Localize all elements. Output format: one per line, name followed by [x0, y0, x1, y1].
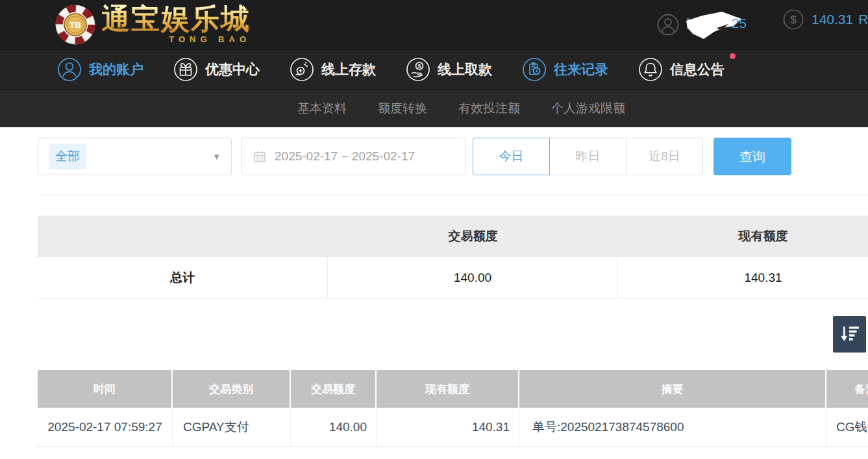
nav-label: 往来记录: [554, 60, 608, 79]
balance-unit: RMB: [858, 12, 868, 27]
withdraw-icon: $: [406, 57, 430, 82]
subnav-item-game-limits[interactable]: 个人游戏限额: [551, 100, 625, 117]
nav-item-deposit[interactable]: 线上存款: [290, 57, 376, 82]
summary-total-label: 总计: [38, 257, 328, 298]
nav-item-announcements[interactable]: 信息公告: [638, 57, 725, 82]
summary-header-blank: [38, 216, 328, 257]
dollar-circle-icon: $: [783, 9, 804, 30]
quick-range-group: 今日 昨日 近8日: [473, 138, 703, 175]
subnav-item-basic-info[interactable]: 基本资料: [297, 100, 347, 117]
user-icon: [57, 57, 82, 82]
svg-text:$: $: [790, 14, 797, 26]
records-header-type: 交易类别: [173, 370, 291, 408]
account-menu[interactable]: 25: [657, 9, 747, 40]
nav-label: 线上取款: [438, 60, 492, 79]
deposit-icon: [290, 57, 314, 82]
notification-dot: [730, 53, 736, 59]
balance-amount: 140.31: [812, 12, 853, 27]
nav-label: 信息公告: [670, 60, 725, 79]
main-nav: 我的账户 优惠中心 线上存款 $ 线上取款: [0, 49, 868, 90]
records-header-row: 时间 交易类别 交易额度 现有额度 摘要 备注: [38, 370, 868, 408]
subnav-item-credit-transfer[interactable]: 额度转换: [378, 100, 427, 117]
username-masked: 25: [683, 9, 747, 40]
quick-range-yesterday[interactable]: 昨日: [549, 138, 626, 175]
section-divider: [38, 195, 868, 195]
summary-header-transaction-amount: 交易额度: [328, 216, 618, 257]
summary-current-balance: 140.31: [618, 257, 868, 298]
record-remarks: CG钱包: [826, 408, 868, 446]
record-time: 2025-02-17 07:59:27: [38, 408, 173, 446]
records-header-current-balance: 现有额度: [377, 370, 519, 408]
records-header-time: 时间: [38, 370, 173, 408]
nav-label: 优惠中心: [205, 60, 260, 79]
summary-header-row: 交易额度 现有额度: [38, 216, 868, 257]
brand-text: 通宝娱乐城 TONG BAO: [101, 4, 251, 44]
nav-item-promotions[interactable]: 优惠中心: [173, 57, 260, 82]
balance-display: $ 140.31 RMB: [783, 9, 868, 30]
nav-item-records[interactable]: 往来记录: [522, 57, 608, 82]
gift-icon: [173, 57, 198, 82]
brand-name-en: TONG BAO: [169, 34, 251, 44]
summary-total-row: 总计 140.00 140.31: [38, 257, 868, 299]
search-button[interactable]: 查询: [713, 138, 791, 175]
selected-type-chip: 全部: [49, 143, 86, 169]
brand-logo[interactable]: TB 通宝娱乐城 TONG BAO: [55, 4, 251, 45]
sort-descending-button[interactable]: [833, 316, 866, 353]
sub-nav: 基本资料 额度转换 有效投注额 个人游戏限额: [0, 90, 868, 127]
summary-table: 交易额度 现有额度 总计 140.00 140.31: [38, 216, 868, 299]
nav-item-withdraw[interactable]: $ 线上取款: [406, 57, 492, 82]
sort-descending-icon: [840, 326, 860, 343]
records-header-transaction-amount: 交易额度: [291, 370, 377, 408]
filter-toolbar: 全部 ▼ 2025-02-17 ~ 2025-02-17 今日 昨日 近8日 查…: [38, 138, 868, 175]
date-range-input[interactable]: 2025-02-17 ~ 2025-02-17: [242, 138, 465, 175]
record-transaction-amount: 140.00: [291, 408, 377, 446]
svg-text:TB: TB: [69, 20, 81, 30]
svg-text:$: $: [417, 63, 421, 69]
records-table: 时间 交易类别 交易额度 现有额度 摘要 备注 2025-02-17 07:59…: [38, 370, 868, 447]
nav-label: 我的账户: [89, 60, 143, 79]
date-range-text: 2025-02-17 ~ 2025-02-17: [275, 149, 415, 164]
records-header-remarks: 备注: [826, 370, 868, 408]
quick-range-last8days[interactable]: 近8日: [626, 138, 703, 175]
nav-label: 线上存款: [321, 60, 376, 79]
quick-range-today[interactable]: 今日: [473, 138, 550, 175]
subnav-item-valid-bets[interactable]: 有效投注额: [458, 100, 520, 117]
chevron-down-icon: ▼: [212, 152, 221, 162]
summary-header-current-balance: 现有额度: [618, 216, 868, 257]
tb-chip-icon: TB: [55, 4, 96, 45]
transaction-type-select[interactable]: 全部 ▼: [38, 138, 232, 175]
record-summary: 单号:202502173874578600: [519, 408, 826, 446]
summary-transaction-amount: 140.00: [328, 257, 618, 298]
calendar-icon: [253, 150, 266, 163]
top-bar: TB 通宝娱乐城 TONG BAO 25 $ 140.31 RMB: [0, 0, 868, 49]
records-icon: [522, 57, 547, 82]
brand-name-cn: 通宝娱乐城: [101, 4, 251, 35]
record-current-balance: 140.31: [377, 408, 519, 446]
nav-item-my-account[interactable]: 我的账户: [57, 57, 143, 82]
records-header-summary: 摘要: [519, 370, 826, 408]
record-type: CGPAY支付: [173, 408, 291, 446]
table-row: 2025-02-17 07:59:27 CGPAY支付 140.00 140.3…: [38, 408, 868, 447]
bell-icon: [638, 57, 663, 82]
user-avatar-icon: [657, 14, 679, 36]
username-visible-text: 25: [732, 16, 747, 31]
